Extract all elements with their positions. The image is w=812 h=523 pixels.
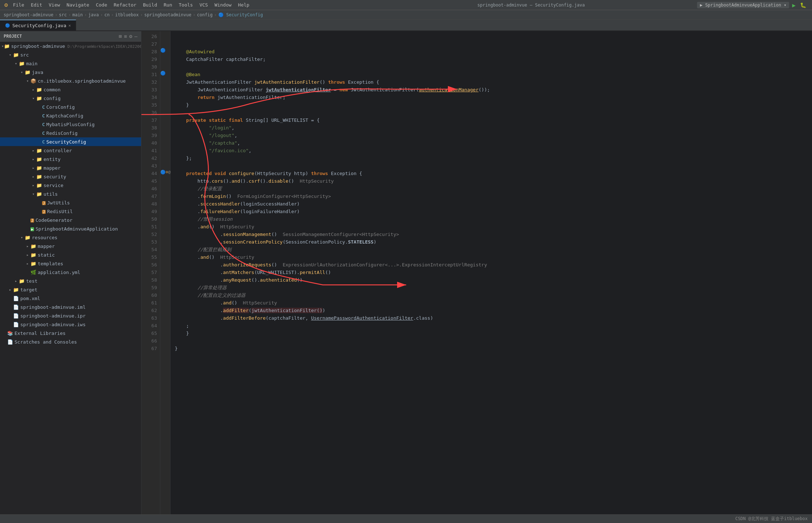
gutter-line-28: 🔵: [160, 46, 170, 54]
gutter-line-67: [160, 343, 170, 351]
tree-item-springboot-adminvue[interactable]: ▾📁springboot-adminvue D:\ProgramWorkSpac…: [0, 42, 141, 50]
breadcrumb-item-7[interactable]: config: [197, 12, 213, 17]
tab-bar: 🔵 SecurityConfig.java ✕: [0, 20, 812, 31]
tab-security-config[interactable]: 🔵 SecurityConfig.java ✕: [0, 20, 76, 30]
tree-item-src[interactable]: ▾📁src: [0, 50, 141, 59]
menu-navigate[interactable]: Navigate: [64, 1, 92, 8]
breadcrumb-item-3[interactable]: java: [88, 12, 99, 17]
tree-item-JwtUtils[interactable]: JJwtUtils: [0, 198, 141, 207]
tree-item-springboot-adminvue.ipr[interactable]: 📄springboot-adminvue.ipr: [0, 311, 141, 320]
gutter-icon-28[interactable]: 🔵: [160, 48, 166, 53]
tree-arrow: ▸: [30, 87, 36, 92]
tree-item-MybatisPlusConfig[interactable]: CMybatisPlusConfig: [0, 120, 141, 129]
breadcrumb-item-6[interactable]: springbootadminvue: [144, 12, 191, 17]
menu-vcs[interactable]: VCS: [197, 1, 211, 8]
tree-icon-folder: 📁: [36, 87, 42, 92]
tree-item-entity[interactable]: ▸📁entity: [0, 155, 141, 163]
tree-arrow: ▸: [30, 174, 36, 179]
tree-item-utils[interactable]: ▾📁utils: [0, 190, 141, 198]
hide-icon[interactable]: —: [135, 33, 137, 39]
menu-view[interactable]: View: [46, 1, 63, 8]
collapse-icon[interactable]: ≡: [124, 33, 127, 39]
tree-arrow: ▾: [19, 70, 25, 75]
tree-item-main[interactable]: ▾📁main: [0, 59, 141, 68]
tree-item-java[interactable]: ▾📁java: [0, 68, 141, 76]
tree-item-scratches[interactable]: 📄Scratches and Consoles: [0, 337, 141, 346]
code-line-40: "/captcha",: [175, 139, 812, 147]
code-line-53: .sessionCreationPolicy(SessionCreationPo…: [175, 238, 812, 246]
gutter-line-29: [160, 54, 170, 62]
tree-item-test[interactable]: ▸📁test: [0, 277, 141, 285]
tree-item-springboot-adminvue.iws[interactable]: 📄springboot-adminvue.iws: [0, 320, 141, 329]
breadcrumb-item-5[interactable]: itbluebox: [115, 12, 139, 17]
tree-item-RedisUtil[interactable]: JRedisUtil: [0, 207, 141, 216]
tree-item-RedisConfig[interactable]: CRedisConfig: [0, 129, 141, 137]
menu-file[interactable]: File: [10, 1, 27, 8]
tab-close-button[interactable]: ✕: [69, 23, 71, 28]
tree-item-SpringbootAdminvueApplication[interactable]: ▶SpringbootAdminvueApplication: [0, 224, 141, 233]
tree-item-KaptchaConfig[interactable]: CKaptchaConfig: [0, 111, 141, 120]
run-config-dropdown[interactable]: ▶ SpringbootAdminvueApplication ▾: [697, 2, 789, 8]
run-button[interactable]: ▶: [791, 1, 797, 9]
tree-item-config[interactable]: ▾📁config: [0, 94, 141, 103]
breadcrumb-item-2[interactable]: main: [72, 12, 83, 17]
override-icon-44: ⊙: [166, 170, 168, 174]
gutter-line-46: [160, 183, 170, 191]
status-text: CSDN @北芳科技 蓝盒子itbluebox: [735, 516, 808, 522]
settings-icon[interactable]: ⚙: [129, 33, 132, 39]
tree-icon-scratch: 📄: [7, 339, 13, 345]
breadcrumb-sep-7: ›: [214, 12, 217, 17]
debug-button[interactable]: 🐛: [799, 1, 808, 9]
breadcrumb-item-0[interactable]: springboot-adminvue: [4, 12, 53, 17]
code-line-61: .and() HttpSecurity: [175, 299, 812, 307]
tree-icon-folder: 📁: [36, 157, 42, 162]
breadcrumb-item-4[interactable]: cn: [104, 12, 110, 17]
menu-help[interactable]: Help: [235, 1, 252, 8]
breadcrumb-item-8[interactable]: 🔵 SecurityConfig: [218, 12, 263, 17]
breadcrumb-item-1[interactable]: src: [59, 12, 67, 17]
tree-icon-folder: 📁: [36, 174, 42, 179]
tree-icon-iml: 📄: [13, 322, 19, 327]
menu-tools[interactable]: Tools: [176, 1, 196, 8]
code-line-64: ;: [175, 322, 812, 329]
tree-item-service[interactable]: ▸📁service: [0, 181, 141, 190]
tree-icon-java: J: [30, 217, 34, 223]
tree-item-static[interactable]: ▸📁static: [0, 250, 141, 259]
tree-icon-iml: 📄: [13, 313, 19, 319]
toolbar-right: ▶ SpringbootAdminvueApplication ▾ ▶ 🐛: [697, 0, 812, 10]
tree-item-application.yml[interactable]: 🌿application.yml: [0, 268, 141, 277]
tree-item-resources[interactable]: ▾📁resources: [0, 233, 141, 242]
tree-label: cn.itbluebox.springbootadminvue: [38, 78, 126, 84]
menu-refactor[interactable]: Refactor: [111, 1, 140, 8]
tree-item-CorsConfig[interactable]: CCorsConfig: [0, 103, 141, 111]
gutter-icon-44[interactable]: 🔵: [160, 170, 166, 175]
tree-item-common[interactable]: ▸📁common: [0, 85, 141, 94]
tree-label: pom.xml: [20, 296, 40, 301]
tree-item-springboot-adminvue.iml[interactable]: 📄springboot-adminvue.iml: [0, 303, 141, 311]
menu-build[interactable]: Build: [140, 1, 160, 8]
tree-item-target[interactable]: ▸📁target: [0, 285, 141, 294]
menu-edit[interactable]: Edit: [28, 1, 45, 8]
tree-item-SecurityConfig[interactable]: CSecurityConfig: [0, 137, 141, 146]
tree-item-CodeGenerator[interactable]: JCodeGenerator: [0, 216, 141, 224]
menu-window[interactable]: Window: [211, 1, 234, 8]
tree-item-external-libraries[interactable]: 📚External Libraries: [0, 329, 141, 337]
gutter-line-56: [160, 260, 170, 267]
tree-item-mapper-res[interactable]: ▸📁mapper: [0, 242, 141, 250]
menu-code[interactable]: Code: [93, 1, 110, 8]
tree-item-templates[interactable]: ▸📁templates: [0, 259, 141, 268]
tree-item-pom.xml[interactable]: 📄pom.xml: [0, 294, 141, 303]
tree-item-controller[interactable]: ▸📁controller: [0, 146, 141, 155]
code-line-57: .antMatchers(URL_WHITELIST).permitAll(): [175, 269, 812, 276]
tree-item-cn.itbluebox.springbootadminvue[interactable]: ▾📦cn.itbluebox.springbootadminvue: [0, 76, 141, 85]
tree-item-mapper[interactable]: ▸📁mapper: [0, 163, 141, 172]
gutter-line-49: [160, 206, 170, 214]
code-editor[interactable]: 2627282930313233343536373839404142434445…: [141, 31, 812, 523]
menu-run[interactable]: Run: [161, 1, 175, 8]
gutter-icon-31[interactable]: 🔵: [160, 71, 166, 76]
gutter-line-27: [160, 39, 170, 46]
tree-item-security[interactable]: ▸📁security: [0, 172, 141, 181]
scope-icon[interactable]: ⊞: [119, 33, 121, 39]
tree-arrow: ▸: [25, 261, 30, 266]
breadcrumb-sep-4: ›: [111, 12, 114, 17]
